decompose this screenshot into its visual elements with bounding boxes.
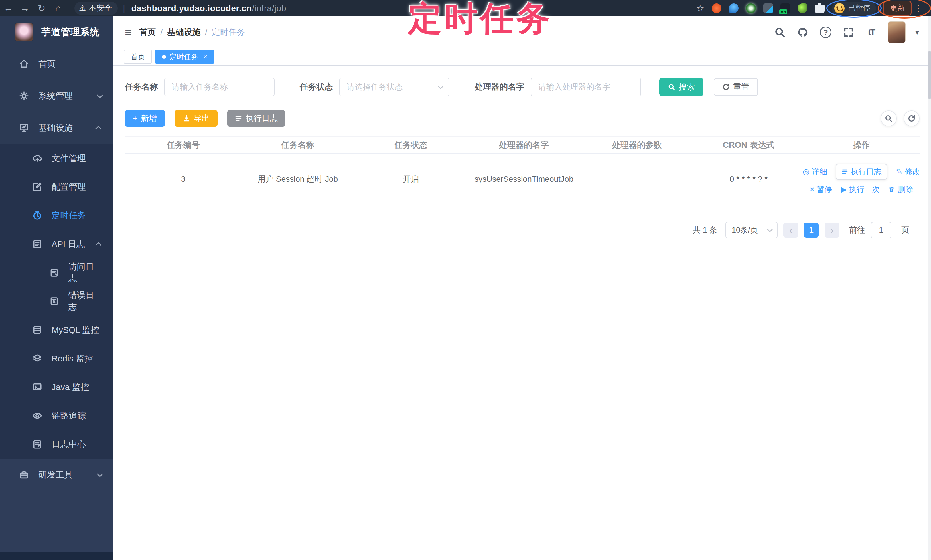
sidebar-item-infra[interactable]: 基础设施 [0,112,113,144]
tab-job[interactable]: 定时任务 × [155,50,214,63]
browser-update-button[interactable]: 更新 [883,1,911,16]
detail-link[interactable]: ◎ 详细 [803,166,827,177]
extensions-puzzle-icon[interactable] [815,3,825,13]
sidebar-item-log-center[interactable]: 日志中心 [0,430,113,459]
browser-menu-dots-icon[interactable]: ⋮ [911,3,925,14]
font-size-icon[interactable]: tT [865,26,878,39]
sidebar-item-api-log[interactable]: API 日志 [0,230,113,258]
row-job-log-link[interactable]: 执行日志 [835,164,887,180]
pause-icon: × [810,185,814,194]
pause-link[interactable]: × 暂停 [810,184,832,195]
browser-home-icon[interactable]: ⌂ [50,3,66,14]
next-page-button[interactable]: › [825,223,839,237]
search-button[interactable]: 搜索 [659,78,703,96]
sidebar-item-java[interactable]: Java 监控 [0,373,113,402]
security-label: 不安全 [89,3,112,13]
extension-map-icon[interactable] [729,3,738,13]
avatar-caret-icon[interactable]: ▾ [915,28,919,37]
sidebar-item-redis[interactable]: Redis 监控 [0,344,113,373]
browser-forward-icon[interactable]: → [17,3,33,14]
job-name-input[interactable] [164,78,274,97]
sidebar-item-label: 配置管理 [51,181,86,193]
job-status-select[interactable]: 请选择任务状态 [339,78,450,97]
sidebar-item-trace[interactable]: 链路追踪 [0,402,113,430]
extension-grid-icon[interactable] [763,3,773,13]
user-avatar[interactable] [888,22,906,43]
extension-switch-icon[interactable]: on [780,3,790,13]
sidebar-item-home[interactable]: 首页 [0,48,113,80]
breadcrumb-infra[interactable]: 基础设施 [167,27,200,38]
app-logo-row[interactable]: 芋道管理系统 [0,16,113,48]
job-name-label: 任务名称 [125,81,158,93]
tags-view-bar: 首页 定时任务 × [113,48,931,66]
help-icon[interactable]: ? [819,26,832,39]
toggle-search-button[interactable] [881,111,897,126]
sidebar-item-file[interactable]: 文件管理 [0,144,113,172]
sidebar-item-label: API 日志 [51,238,85,250]
reset-button[interactable]: 重置 [714,78,758,96]
bookmark-star-icon[interactable]: ☆ [696,4,704,13]
breadcrumb-home[interactable]: 首页 [139,27,156,38]
github-icon[interactable] [796,26,809,39]
tab-home[interactable]: 首页 [124,50,152,63]
col-handler-name: 处理器的名字 [468,137,580,153]
sidebar-item-label: 首页 [39,58,55,70]
active-dot-icon [162,55,166,58]
job-log-button[interactable]: 执行日志 [227,110,285,127]
page-size-select[interactable]: 10条/页 [726,222,778,238]
security-badge[interactable]: ⚠ 不安全 [74,2,118,15]
sidebar-item-config[interactable]: 配置管理 [0,172,113,201]
table-toolbar: + 新增 导出 执行日志 [125,110,920,127]
extension-leaf-icon[interactable] [798,3,807,13]
select-placeholder: 请选择任务状态 [347,82,403,92]
infra-submenu: 文件管理 配置管理 定时任务 API 日志 访问日志 [0,144,113,459]
chevron-down-icon [97,92,103,98]
fullscreen-icon[interactable] [842,26,855,39]
timer-icon [31,211,43,220]
profile-paused-pill[interactable]: 已暂停 [832,2,876,15]
goto-page-input[interactable] [871,222,891,238]
search-icon[interactable] [773,26,786,39]
sidebar-item-label: MySQL 监控 [51,324,99,336]
job-log-label: 执行日志 [851,166,882,177]
sidebar-item-error-log[interactable]: 错误日志 [0,287,113,315]
edit-link[interactable]: ✎ 修改 [896,166,920,177]
scrollbar[interactable] [928,16,931,560]
cell-cron: 0 * * * * ? * [694,153,803,205]
export-button[interactable]: 导出 [175,110,217,127]
view-icon: ◎ [803,167,809,176]
handler-name-input[interactable] [531,78,641,97]
tab-close-icon[interactable]: × [203,53,207,61]
sidebar-item-mysql[interactable]: MySQL 监控 [0,315,113,344]
total-count: 共 1 条 [692,225,717,235]
browser-back-icon[interactable]: ← [0,3,17,14]
tab-label: 首页 [131,52,145,62]
sidebar-item-system[interactable]: 系统管理 [0,80,113,112]
delete-label: 删除 [897,184,913,195]
eye-icon [31,411,43,421]
address-bar[interactable]: dashboard.yudao.iocoder.cn/infra/job [131,3,287,13]
page-number-active[interactable]: 1 [804,223,819,237]
extension-orange-icon[interactable] [712,3,721,13]
sidebar-item-job[interactable]: 定时任务 [0,201,113,230]
sidebar-item-access-log[interactable]: 访问日志 [0,258,113,287]
delete-link[interactable]: 删除 [888,184,913,195]
browser-reload-icon[interactable]: ↻ [33,3,50,14]
url-divider: | [123,4,125,13]
menu-fold-icon[interactable]: ≡ [125,25,132,39]
app-header: ≡ 首页 / 基础设施 / 定时任务 ? tT ▾ [113,16,931,48]
cloud-upload-icon [31,153,43,163]
run-once-link[interactable]: ▶ 执行一次 [841,184,880,195]
extension-green-check-icon[interactable] [746,3,756,13]
cell-job-name: 用户 Session 超时 Job [242,153,354,205]
main-content: 任务名称 任务状态 请选择任务状态 处理器的名字 搜索 重置 + 新增 导出 执… [113,66,931,560]
col-job-status: 任务状态 [354,137,468,153]
refresh-button[interactable] [903,111,920,126]
col-actions: 操作 [803,137,920,153]
breadcrumb-separator: / [160,28,163,37]
sidebar-item-devtools[interactable]: 研发工具 [0,459,113,491]
scrollbar-thumb[interactable] [928,51,931,99]
job-log-button-label: 执行日志 [246,113,278,124]
prev-page-button[interactable]: ‹ [783,223,798,237]
add-button[interactable]: + 新增 [125,110,165,127]
